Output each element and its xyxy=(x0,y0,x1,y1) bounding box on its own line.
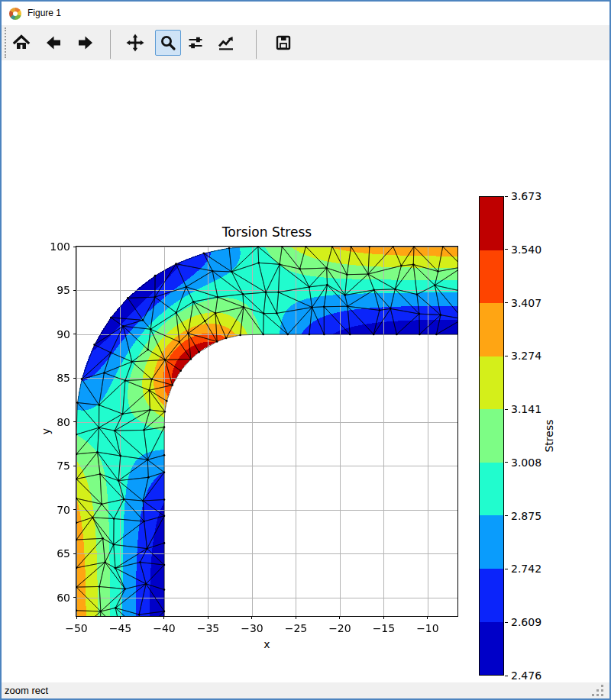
colorbar-tick xyxy=(505,409,508,410)
y-tick xyxy=(73,421,76,422)
colorbar-tick-label: 3.540 xyxy=(511,243,548,256)
x-tick xyxy=(120,616,121,619)
x-axis-label: x xyxy=(76,638,457,650)
resize-grip[interactable] xyxy=(593,685,603,695)
colorbar-band xyxy=(480,515,503,569)
y-tick-label: 75 xyxy=(35,459,70,473)
toolbar-grip[interactable] xyxy=(5,27,6,58)
colorbar-tick xyxy=(505,569,508,569)
colorbar-band xyxy=(480,197,503,250)
back-arrow-icon xyxy=(44,34,63,52)
colorbar-tick-label: 3.673 xyxy=(511,189,548,203)
colorbar-tick-label: 2.609 xyxy=(511,615,548,629)
x-tick-label: −25 xyxy=(279,621,312,635)
y-tick xyxy=(73,334,76,334)
save-button[interactable] xyxy=(270,30,296,56)
colorbar-band xyxy=(480,250,503,304)
zoom-magnifier-icon xyxy=(159,34,177,52)
toolbar-separator xyxy=(110,30,111,59)
colorbar-tick-label: 3.407 xyxy=(511,296,548,310)
y-tick xyxy=(73,597,76,598)
x-tick-label: −40 xyxy=(147,621,181,635)
figure-window: Figure 1 xyxy=(0,0,611,700)
colorbar-tick-label: 3.274 xyxy=(511,349,548,363)
x-tick-label: −45 xyxy=(103,621,137,635)
y-tick xyxy=(73,509,76,510)
colorbar-tick-label: 3.141 xyxy=(511,402,548,416)
x-tick xyxy=(251,616,252,619)
colorbar-band xyxy=(480,356,503,410)
forward-button[interactable] xyxy=(73,30,99,56)
colorbar-tick-label: 2.875 xyxy=(511,509,548,523)
x-tick xyxy=(427,616,428,619)
x-tick-label: −50 xyxy=(60,621,93,635)
navigation-toolbar xyxy=(2,25,609,60)
y-tick xyxy=(73,466,76,466)
colorbar-band xyxy=(480,622,503,676)
colorbar-tick xyxy=(505,462,508,463)
window-title: Figure 1 xyxy=(27,2,61,25)
y-tick-label: 65 xyxy=(35,547,70,560)
statusbar: zoom rect xyxy=(2,682,609,698)
forward-arrow-icon xyxy=(76,34,95,52)
colorbar-tick-label: 2.742 xyxy=(511,562,548,576)
colorbar-tick xyxy=(505,515,508,516)
y-tick-label: 95 xyxy=(35,283,70,297)
home-icon xyxy=(12,34,31,52)
colorbar-tick xyxy=(505,196,508,197)
sliders-icon xyxy=(186,34,205,52)
x-tick-label: −15 xyxy=(367,621,400,635)
x-tick xyxy=(76,616,77,619)
x-tick xyxy=(296,616,296,619)
colorbar-tick xyxy=(505,302,508,303)
toolbar-separator xyxy=(256,30,257,59)
x-tick xyxy=(208,616,209,619)
y-tick xyxy=(73,247,76,247)
plot-title: Torsion Stress xyxy=(76,224,457,240)
back-button[interactable] xyxy=(40,30,66,56)
customize-plot-button[interactable] xyxy=(213,30,239,56)
x-tick-label: −35 xyxy=(191,621,225,635)
matplotlib-logo-icon xyxy=(9,8,21,20)
colorbar-band xyxy=(480,463,503,516)
plot-canvas[interactable] xyxy=(76,247,457,616)
y-tick-label: 90 xyxy=(35,327,70,341)
pan-button[interactable] xyxy=(122,30,148,56)
y-tick-label: 70 xyxy=(35,503,70,517)
pan-icon xyxy=(126,34,144,52)
y-tick xyxy=(73,290,76,291)
x-tick xyxy=(383,616,384,619)
x-tick-label: −20 xyxy=(323,621,357,635)
colorbar-tick xyxy=(505,356,508,356)
x-tick xyxy=(163,616,164,619)
colorbar-tick-label: 2.476 xyxy=(511,669,548,682)
x-tick-label: −10 xyxy=(411,621,445,635)
x-tick-label: −30 xyxy=(235,621,269,635)
titlebar[interactable]: Figure 1 xyxy=(2,2,609,25)
colorbar-tick xyxy=(505,249,508,250)
x-tick xyxy=(339,616,340,619)
y-tick-label: 80 xyxy=(35,415,70,429)
colorbar-tick xyxy=(505,676,508,676)
colorbar-band xyxy=(480,303,503,356)
colorbar-band xyxy=(480,569,503,622)
configure-subplots-button[interactable] xyxy=(183,30,209,56)
figure-canvas-area: Torsion Stress x y Stress −50−45−40−35−3… xyxy=(2,60,609,682)
line-chart-icon xyxy=(217,34,235,52)
y-tick xyxy=(73,378,76,379)
colorbar xyxy=(479,196,504,676)
status-message: zoom rect xyxy=(5,682,48,698)
y-tick-label: 100 xyxy=(35,240,70,253)
colorbar-band xyxy=(480,409,503,463)
y-tick-label: 85 xyxy=(35,371,70,385)
home-button[interactable] xyxy=(8,30,34,56)
save-floppy-icon xyxy=(274,34,293,52)
y-tick-label: 60 xyxy=(35,591,70,605)
y-tick xyxy=(73,553,76,554)
colorbar-tick-label: 3.008 xyxy=(511,456,548,469)
colorbar-label: Stress xyxy=(541,413,557,459)
zoom-button[interactable] xyxy=(155,30,181,56)
colorbar-tick xyxy=(505,622,508,623)
